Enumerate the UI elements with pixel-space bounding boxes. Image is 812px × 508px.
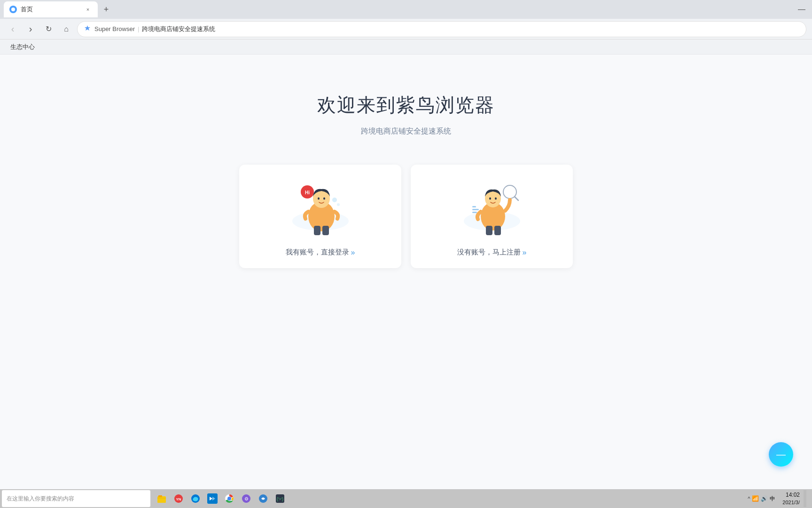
brand-name: Super Browser	[94, 25, 135, 32]
taskbar-sys-icons: ^ 📶 🔊 中	[744, 495, 779, 502]
svg-rect-16	[472, 209, 479, 210]
svg-rect-26	[158, 495, 162, 497]
address-separator: |	[138, 25, 139, 32]
taskbar-edge-icon[interactable]	[187, 490, 204, 507]
svg-rect-23	[494, 226, 501, 235]
welcome-subtitle: 跨境电商店铺安全提速系统	[361, 127, 451, 136]
refresh-button[interactable]: ↻	[41, 22, 55, 36]
taskbar-date: 2021/3/	[782, 499, 800, 506]
browser-chrome: 首页 × + — ‹ › ↻ ⌂ Super Browser | 跨境电商店铺安…	[0, 0, 812, 55]
login-text: 我有账号，直接登录	[286, 248, 349, 257]
svg-text:⚙: ⚙	[244, 496, 249, 501]
page-content: 欢迎来到紫鸟浏览器 跨境电商店铺安全提速系统 Hi	[0, 55, 812, 489]
taskbar-clock: 14:02 2021/3/	[780, 492, 803, 506]
svg-point-32	[227, 497, 231, 500]
svg-point-7	[323, 198, 325, 200]
tab-favicon	[9, 6, 17, 13]
back-button[interactable]: ‹	[6, 22, 20, 36]
address-bar[interactable]: Super Browser | 跨境电商店铺安全提速系统	[77, 21, 806, 37]
cards-container: Hi	[239, 165, 573, 268]
svg-rect-17	[472, 212, 477, 213]
address-url: 跨境电商店铺安全提速系统	[142, 25, 215, 33]
svg-rect-15	[472, 206, 476, 207]
minimize-button[interactable]: —	[795, 3, 808, 16]
svg-text:YN: YN	[176, 497, 181, 501]
svg-rect-9	[322, 226, 329, 235]
taskbar-search-text: 在这里输入你要搜索的内容	[7, 495, 74, 503]
welcome-title: 欢迎来到紫鸟浏览器	[317, 92, 495, 118]
taskbar-app8-icon[interactable]: {'>'}	[272, 490, 289, 507]
svg-point-6	[318, 198, 320, 200]
bookmark-bar: 生态中心	[0, 40, 812, 55]
svg-point-21	[495, 198, 497, 200]
taskbar-app2-icon[interactable]: YN	[170, 490, 187, 507]
taskbar-right: ^ 📶 🔊 中 14:02 2021/3/	[744, 490, 810, 507]
taskbar-show-desktop[interactable]	[804, 490, 806, 507]
svg-line-14	[515, 197, 518, 200]
svg-rect-8	[314, 226, 320, 235]
taskbar-search[interactable]: 在这里输入你要搜索的内容	[2, 490, 150, 507]
taskbar-volume-icon[interactable]: 🔊	[761, 495, 768, 502]
tab-title: 首页	[21, 5, 80, 14]
register-chevron: »	[523, 248, 527, 257]
register-card-label: 没有账号，马上注册 »	[457, 248, 527, 257]
taskbar-chrome-icon[interactable]	[221, 490, 238, 507]
svg-rect-22	[486, 226, 492, 235]
login-card[interactable]: Hi	[239, 165, 401, 268]
svg-text:{'>'}: {'>'}	[277, 497, 284, 501]
register-illustration	[454, 174, 530, 240]
login-card-label: 我有账号，直接登录 »	[286, 248, 355, 257]
taskbar-app7-icon[interactable]	[255, 490, 272, 507]
svg-text:Hi: Hi	[305, 190, 310, 195]
home-button[interactable]: ⌂	[59, 22, 73, 36]
new-tab-button[interactable]: +	[100, 3, 113, 16]
bookmark-ecology-center[interactable]: 生态中心	[7, 42, 39, 52]
svg-point-0	[11, 8, 15, 11]
register-text: 没有账号，马上注册	[457, 248, 521, 257]
taskbar-network-icon[interactable]: 📶	[752, 495, 759, 502]
taskbar: 在这里输入你要搜索的内容 YN ⚙ {'>'}	[0, 489, 812, 508]
fab-icon: —	[776, 450, 786, 459]
taskbar-time: 14:02	[786, 492, 800, 499]
svg-point-11	[337, 203, 340, 206]
tab-bar: 首页 × + —	[0, 0, 812, 19]
taskbar-app6-icon[interactable]: ⚙	[238, 490, 255, 507]
address-text: Super Browser | 跨境电商店铺安全提速系统	[94, 25, 799, 33]
login-illustration: Hi	[283, 174, 358, 240]
address-icon	[84, 25, 91, 33]
active-tab[interactable]: 首页 ×	[4, 1, 98, 17]
svg-point-10	[332, 198, 337, 202]
file-explorer-icon[interactable]	[153, 490, 170, 507]
register-card[interactable]: 没有账号，马上注册 »	[411, 165, 573, 268]
fab-button[interactable]: —	[769, 442, 793, 467]
taskbar-chevron-icon[interactable]: ^	[748, 496, 750, 501]
taskbar-vscode-icon[interactable]	[204, 490, 221, 507]
toolbar: ‹ › ↻ ⌂ Super Browser | 跨境电商店铺安全提速系统	[0, 19, 812, 40]
taskbar-icons: YN ⚙ {'>'}	[151, 490, 290, 507]
login-chevron: »	[351, 248, 355, 257]
svg-point-20	[489, 198, 491, 200]
taskbar-ime-icon[interactable]: 中	[770, 495, 775, 502]
forward-button[interactable]: ›	[23, 22, 38, 36]
tab-close-button[interactable]: ×	[84, 5, 92, 14]
